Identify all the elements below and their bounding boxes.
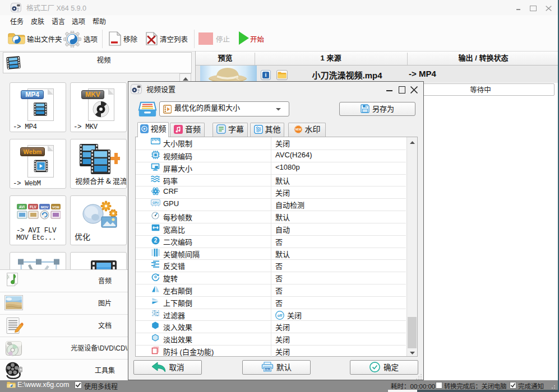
svg-text:VOB: VOB: [52, 206, 60, 209]
svg-text:AVI: AVI: [19, 205, 25, 209]
svg-text:NEW: NEW: [295, 128, 301, 131]
svg-text:FLV: FLV: [30, 205, 36, 209]
svg-text:2: 2: [154, 237, 157, 244]
svg-text:off: off: [278, 313, 283, 317]
svg-text:DEFAULT: DEFAULT: [263, 368, 271, 371]
svg-text:MOV: MOV: [41, 206, 49, 209]
svg-text:GPU: GPU: [152, 201, 158, 204]
